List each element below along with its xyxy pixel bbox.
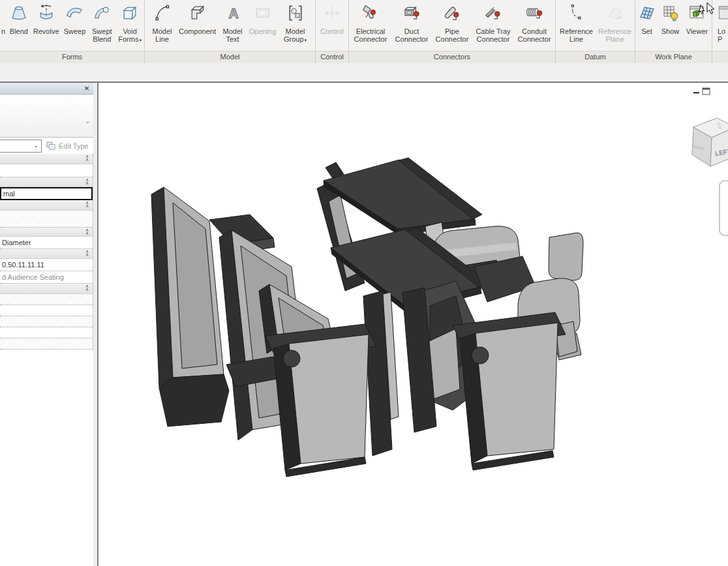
ribbon-panel-forms: n Blend Revolve Sweep <box>0 0 145 63</box>
ribbon-button-swept-blend[interactable]: SweptBlend <box>88 0 115 51</box>
panel-label-work-plane: Work Plane <box>635 51 712 63</box>
sweep-icon <box>63 3 85 27</box>
ribbon-button-component[interactable]: Component <box>176 0 219 51</box>
view-cube[interactable]: LEFT FRONT TOP <box>691 118 728 166</box>
ribbon-panel-connectors: ElectricalConnector DuctConnector PipeCo… <box>349 0 556 63</box>
collapse-chevron-icon: ∧∧ <box>85 285 89 291</box>
ribbon-button-set[interactable]: Set <box>636 0 658 51</box>
ribbon-button-model-text[interactable]: A ModelText <box>219 0 247 51</box>
viewer-icon <box>686 3 708 27</box>
edit-type-button[interactable]: Edit Type <box>42 141 92 151</box>
electrical-connector-icon <box>359 3 382 27</box>
property-value-row[interactable] <box>0 211 93 228</box>
property-group-header[interactable]: ∧∧ <box>0 177 93 187</box>
property-group-header[interactable]: ∧∧ <box>0 228 93 237</box>
svg-text:A: A <box>228 6 238 22</box>
ribbon-button-model-line[interactable]: ModelLine <box>149 0 176 51</box>
property-value-category[interactable]: d Audience Seating <box>0 271 93 284</box>
properties-rows: ∧∧ ∧∧ mal ∧∧ ∧∧ Diameter ∧∧ 0.50.11.11.1… <box>0 154 93 350</box>
swept-blend-icon <box>91 3 113 27</box>
ribbon-button-electrical-connector[interactable]: ElectricalConnector <box>350 0 391 51</box>
duct-connector-icon <box>401 3 423 27</box>
ribbon-button-blend[interactable]: Blend <box>7 0 31 51</box>
edit-type-icon <box>46 141 56 151</box>
ribbon: n Blend Revolve Sweep <box>0 0 728 63</box>
navigation-bar[interactable] <box>720 181 728 235</box>
property-group-header[interactable]: ∧∧ <box>0 284 93 294</box>
ribbon-button-pipe-connector[interactable]: PipeConnector <box>432 0 472 51</box>
collapse-chevron-icon: ∧∧ <box>85 229 89 235</box>
view-window-controls[interactable] <box>693 88 710 95</box>
conduit-connector-icon <box>523 3 545 27</box>
properties-title-bar: ✕ <box>0 83 93 95</box>
filter-combobox[interactable]: ⌄ <box>0 140 42 153</box>
ribbon-button-cable-tray-connector[interactable]: Cable TrayConnector <box>472 0 514 51</box>
minimize-icon[interactable] <box>693 92 699 94</box>
reference-plane-icon <box>604 3 626 27</box>
ribbon-button-extrusion-clipped[interactable]: n <box>0 0 7 51</box>
component-icon <box>187 3 209 27</box>
dropdown-arrow-icon: ▾ <box>139 38 142 42</box>
collapse-chevron-icon: ∧∧ <box>85 179 89 185</box>
revolve-icon <box>35 3 57 27</box>
dropdown-arrow-icon: ▾ <box>305 38 307 42</box>
void-forms-icon <box>119 3 141 27</box>
ribbon-button-sweep[interactable]: Sweep <box>61 0 89 51</box>
chevron-down-icon: ⌄ <box>85 118 90 125</box>
ribbon-button-conduit-connector[interactable]: ConduitConnector <box>514 0 554 51</box>
options-bar <box>0 63 728 83</box>
panel-label-control: Control <box>316 51 348 63</box>
property-group-header[interactable]: ∧∧ <box>0 200 93 211</box>
type-selector[interactable]: ⌄ <box>0 95 93 138</box>
collapse-chevron-icon: ∧∧ <box>85 201 89 207</box>
property-value-row[interactable] <box>0 338 93 350</box>
set-work-plane-icon <box>636 3 658 27</box>
ribbon-panel-model: ModelLine Component A ModelText Opening <box>145 0 316 63</box>
ribbon-button-opening: Opening <box>247 0 279 51</box>
property-value-code[interactable]: 0.50.11.11.11 <box>0 259 93 271</box>
panel-label-forms: Forms <box>0 51 144 63</box>
property-group-header[interactable]: ∧∧ <box>0 154 93 164</box>
reference-line-icon <box>566 3 588 27</box>
ribbon-panel-control: Control Control <box>316 0 349 63</box>
property-value-row[interactable] <box>0 164 93 177</box>
ribbon-button-void-forms[interactable]: VoidForms▾ <box>115 0 144 51</box>
palette-canvas-divider[interactable] <box>93 83 99 566</box>
panel-label-connectors: Connectors <box>349 51 555 63</box>
pipe-connector-icon <box>441 3 463 27</box>
ribbon-panel-datum: ReferenceLine ReferencePlane Datum <box>556 0 635 63</box>
ribbon-button-control: Control <box>316 0 348 51</box>
property-value-selected[interactable]: mal <box>0 187 93 200</box>
ribbon-button-revolve[interactable]: Revolve <box>31 0 61 51</box>
blend-icon <box>8 3 30 27</box>
control-icon <box>321 3 343 27</box>
close-icon[interactable]: ✕ <box>82 83 92 93</box>
show-work-plane-icon <box>660 3 682 27</box>
load-into-project-icon <box>718 3 728 27</box>
properties-palette: ✕ ⌄ ⌄ Edit Type ∧∧ ∧∧ mal ∧∧ ∧∧ Diameter… <box>0 83 93 566</box>
audience-seating-model[interactable] <box>151 158 583 477</box>
cable-tray-connector-icon <box>482 3 504 27</box>
properties-filter-row: ⌄ Edit Type <box>0 138 93 154</box>
ribbon-button-reference-line[interactable]: ReferenceLine <box>557 0 596 51</box>
mouse-cursor <box>706 3 716 15</box>
panel-label-datum: Datum <box>556 51 635 63</box>
ribbon-button-show[interactable]: Show <box>658 0 683 51</box>
ribbon-button-reference-plane: ReferencePlane <box>596 0 634 51</box>
ribbon-panel-work-plane: Set Show Viewer Work Plane <box>635 0 712 63</box>
ribbon-button-duct-connector[interactable]: DuctConnector <box>391 0 432 51</box>
property-value-row[interactable] <box>0 327 93 338</box>
property-value-row[interactable] <box>0 305 93 316</box>
property-group-header[interactable]: ∧∧ <box>0 249 93 259</box>
model-group-icon <box>284 3 307 27</box>
drawing-area-3d-view[interactable]: LEFT FRONT TOP <box>99 83 728 566</box>
collapse-chevron-icon: ∧∧ <box>85 250 89 256</box>
ribbon-button-model-group[interactable]: ModelGroup▾ <box>279 0 312 51</box>
property-value-diameter[interactable]: Diameter <box>0 237 93 249</box>
model-text-icon: A <box>222 3 244 27</box>
restore-icon-bar <box>703 88 710 90</box>
property-value-row[interactable] <box>0 294 93 305</box>
property-value-row[interactable] <box>0 316 93 327</box>
panel-label-clipped <box>712 51 728 63</box>
chevron-down-icon: ⌄ <box>33 142 38 149</box>
